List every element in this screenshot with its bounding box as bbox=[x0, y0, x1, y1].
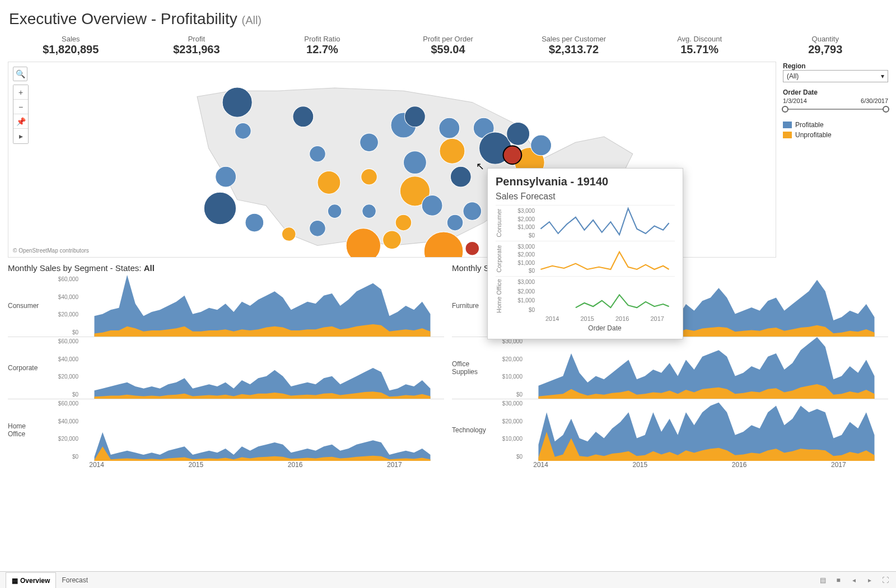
svg-point-2 bbox=[216, 166, 236, 187]
svg-point-27 bbox=[507, 122, 530, 145]
row-label: Office Supplies bbox=[452, 337, 491, 399]
tooltip-subtitle: Sales Forecast bbox=[496, 192, 675, 202]
chart-row: Office Supplies$30,000$20,000$10,000$0 bbox=[452, 337, 888, 399]
svg-point-34 bbox=[362, 204, 376, 218]
svg-point-15 bbox=[405, 106, 426, 127]
kpi-profit-ratio[interactable]: Profit Ratio12.7% bbox=[259, 31, 385, 62]
fullscreen-icon[interactable]: ⛶ bbox=[880, 575, 890, 585]
svg-point-19 bbox=[465, 241, 479, 255]
svg-point-11 bbox=[383, 231, 402, 249]
svg-point-3 bbox=[204, 192, 236, 224]
pin-icon[interactable]: 📌 bbox=[13, 114, 28, 129]
svg-point-5 bbox=[282, 227, 296, 241]
date-start: 1/3/2014 bbox=[783, 97, 807, 104]
chart-segment-title: Monthly Sales by Segment - States: All bbox=[8, 263, 444, 273]
svg-point-6 bbox=[293, 106, 314, 127]
map-toolbar: 🔍 + − 📌 ▸ bbox=[13, 67, 29, 144]
svg-point-8 bbox=[318, 171, 340, 194]
zoom-out-icon[interactable]: − bbox=[13, 100, 28, 114]
legend: Profitable Unprofitable bbox=[783, 119, 888, 139]
chart-row: Technology$30,000$20,000$10,000$0 bbox=[452, 399, 888, 461]
filter-panel: Region (All)▾ Order Date 1/3/2014 6/30/2… bbox=[776, 62, 888, 258]
zoom-in-icon[interactable]: + bbox=[13, 85, 28, 100]
row-label: Home Office bbox=[8, 399, 47, 461]
date-end: 6/30/2017 bbox=[861, 97, 888, 104]
title-filter: (All) bbox=[241, 14, 262, 26]
svg-point-9 bbox=[328, 204, 342, 218]
slider-handle-start[interactable] bbox=[782, 106, 788, 113]
order-date-label: Order Date bbox=[783, 88, 818, 96]
tooltip-title: Pennsylvania - 19140 bbox=[496, 175, 675, 188]
svg-point-36 bbox=[503, 146, 522, 164]
row-label: Furniture bbox=[452, 275, 491, 337]
tt-row-homeoffice: Home Office bbox=[496, 277, 507, 315]
svg-point-31 bbox=[395, 214, 412, 231]
kpi-avg-discount[interactable]: Avg. Discount15.71% bbox=[637, 31, 763, 62]
legend-unprofitable[interactable]: Unprofitable bbox=[783, 131, 888, 139]
kpi-quantity[interactable]: Quantity29,793 bbox=[762, 31, 888, 62]
svg-point-35 bbox=[310, 220, 326, 236]
tt-row-consumer: Consumer bbox=[496, 206, 507, 241]
page-title: Executive Overview - Profitability (All) bbox=[0, 0, 896, 31]
chart-segment[interactable]: Monthly Sales by Segment - States: All C… bbox=[8, 263, 444, 469]
chevron-down-icon: ▾ bbox=[881, 72, 884, 80]
view-large-icon[interactable]: ■ bbox=[833, 575, 843, 585]
svg-point-0 bbox=[222, 87, 252, 117]
chart-row: Home Office$60,000$40,000$20,000$0 bbox=[8, 399, 444, 461]
region-select[interactable]: (All)▾ bbox=[783, 70, 888, 82]
row-label: Corporate bbox=[8, 337, 47, 399]
sheet-tabs: ▦Overview Forecast ▤ ■ ◂ ▸ ⛶ bbox=[0, 571, 896, 588]
svg-point-16 bbox=[403, 151, 426, 174]
search-icon[interactable]: 🔍 bbox=[13, 67, 27, 81]
row-label: Consumer bbox=[8, 275, 47, 337]
svg-point-22 bbox=[450, 166, 471, 187]
tab-overview[interactable]: ▦Overview bbox=[6, 572, 56, 588]
slider-handle-end[interactable] bbox=[883, 106, 889, 113]
svg-point-23 bbox=[463, 202, 482, 221]
kpi-profit-per-order[interactable]: Profit per Order$59.04 bbox=[385, 31, 511, 62]
svg-point-32 bbox=[422, 195, 442, 216]
kpi-sales[interactable]: Sales$1,820,895 bbox=[8, 31, 134, 62]
map-tooltip: Pennsylvania - 19140 Sales Forecast Cons… bbox=[487, 168, 683, 339]
chart-row: Consumer$60,000$40,000$20,000$0 bbox=[8, 275, 444, 337]
svg-point-7 bbox=[310, 146, 326, 162]
date-slider[interactable] bbox=[784, 108, 887, 111]
svg-point-1 bbox=[235, 123, 251, 139]
svg-point-4 bbox=[245, 213, 264, 232]
svg-point-13 bbox=[361, 169, 377, 185]
view-small-icon[interactable]: ▤ bbox=[818, 575, 828, 585]
region-label: Region bbox=[783, 62, 806, 70]
dashboard-icon: ▦ bbox=[12, 577, 18, 585]
nav-next-icon[interactable]: ▸ bbox=[865, 575, 875, 585]
row-label: Technology bbox=[452, 399, 491, 461]
chart-row: Corporate$60,000$40,000$20,000$0 bbox=[8, 337, 444, 399]
nav-prev-icon[interactable]: ◂ bbox=[849, 575, 859, 585]
svg-point-29 bbox=[531, 135, 552, 156]
svg-point-33 bbox=[447, 214, 463, 231]
kpi-profit[interactable]: Profit$231,963 bbox=[134, 31, 260, 62]
tt-row-corporate: Corporate bbox=[496, 241, 507, 277]
tooltip-xlabel: Order Date bbox=[496, 324, 675, 332]
svg-point-20 bbox=[439, 118, 460, 138]
map-attribution: © OpenStreetMap contributors bbox=[13, 248, 89, 254]
play-icon[interactable]: ▸ bbox=[13, 129, 28, 143]
tab-forecast[interactable]: Forecast bbox=[56, 572, 94, 588]
svg-point-12 bbox=[360, 133, 379, 152]
kpi-sales-per-customer[interactable]: Sales per Customer$2,313.72 bbox=[511, 31, 637, 62]
kpi-bar: Sales$1,820,895 Profit$231,963 Profit Ra… bbox=[0, 31, 896, 62]
legend-profitable[interactable]: Profitable bbox=[783, 121, 888, 129]
svg-point-21 bbox=[440, 138, 465, 164]
